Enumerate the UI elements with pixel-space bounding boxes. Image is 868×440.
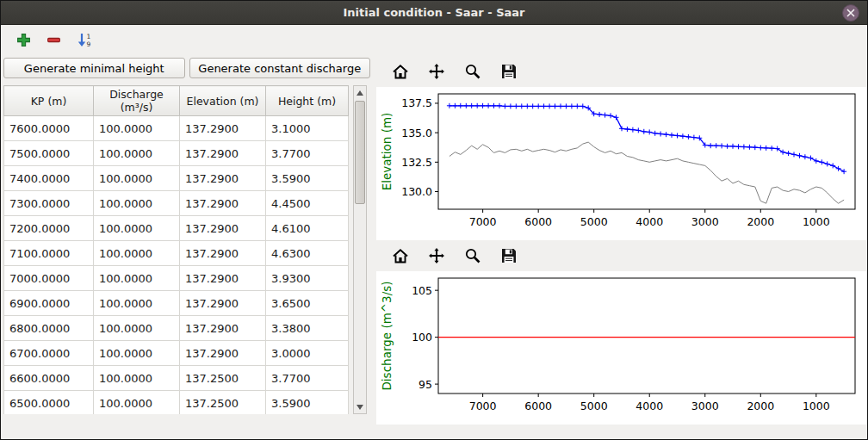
table-cell[interactable]: 3.1000 — [266, 116, 349, 141]
table-row[interactable]: 7600.0000100.0000137.29003.1000 — [4, 116, 349, 141]
table-body: 7600.0000100.0000137.29003.10007500.0000… — [4, 116, 349, 415]
table-panel: Generate minimal height Generate constan… — [1, 54, 376, 439]
column-header-discharge[interactable]: Discharge (m³/s) — [94, 86, 180, 116]
table-cell[interactable]: 4.6100 — [266, 216, 349, 241]
table-cell[interactable]: 100.0000 — [94, 316, 180, 341]
home-button[interactable] — [390, 61, 411, 82]
table-cell[interactable]: 137.2900 — [180, 316, 266, 341]
table-cell[interactable]: 3.5900 — [266, 166, 349, 191]
table-cell[interactable]: 137.2900 — [180, 216, 266, 241]
table-cell[interactable]: 137.2900 — [180, 141, 266, 166]
x-tick-label: 7000 — [469, 400, 497, 412]
pan-button[interactable] — [426, 245, 447, 266]
y-tick-label: 105 — [412, 284, 432, 297]
table-cell[interactable]: 3.6500 — [266, 291, 349, 316]
scroll-down-icon — [356, 405, 363, 410]
table-row[interactable]: 6900.0000100.0000137.29003.6500 — [4, 291, 349, 316]
remove-row-button[interactable] — [45, 31, 63, 49]
table-cell[interactable]: 100.0000 — [94, 191, 180, 216]
table-cell[interactable]: 100.0000 — [94, 391, 180, 415]
table-cell[interactable]: 7500.0000 — [4, 141, 94, 166]
x-tick-label: 2000 — [747, 215, 774, 228]
table-cell[interactable]: 7200.0000 — [4, 216, 94, 241]
elevation-figure[interactable]: 7000600050004000300020001000130.0132.513… — [376, 87, 867, 240]
column-header-elevation[interactable]: Elevation (m) — [180, 86, 266, 116]
table-row[interactable]: 6700.0000100.0000137.29003.0000 — [4, 341, 349, 366]
x-tick-label: 6000 — [524, 400, 552, 412]
table-cell[interactable]: 137.2900 — [180, 166, 266, 191]
x-tick-label: 5000 — [580, 400, 608, 412]
table-cell[interactable]: 6600.0000 — [4, 366, 94, 391]
table-cell[interactable]: 4.6300 — [266, 241, 349, 266]
table-cell[interactable]: 3.7700 — [266, 366, 349, 391]
sort-rows-button[interactable]: 1 9 — [75, 30, 95, 50]
save-button[interactable] — [499, 61, 519, 82]
table-cell[interactable]: 6800.0000 — [4, 316, 94, 341]
edit-toolbar: 1 9 — [1, 25, 867, 54]
discharge-figure[interactable]: 700060005000400030002000100095100105Disc… — [376, 271, 867, 425]
table-cell[interactable]: 4.4500 — [266, 191, 349, 216]
table-cell[interactable]: 137.2900 — [180, 291, 266, 316]
table-cell[interactable]: 7000.0000 — [4, 266, 94, 291]
main-content: Generate minimal height Generate constan… — [1, 54, 867, 439]
column-header-height[interactable]: Height (m) — [266, 86, 349, 116]
table-cell[interactable]: 3.3800 — [266, 316, 349, 341]
table-cell[interactable]: 100.0000 — [94, 291, 180, 316]
table-cell[interactable]: 6900.0000 — [4, 291, 94, 316]
zoom-button[interactable] — [462, 61, 483, 82]
table-row[interactable]: 7300.0000100.0000137.29004.4500 — [4, 191, 349, 216]
table-row[interactable]: 7200.0000100.0000137.29004.6100 — [4, 216, 349, 241]
table-cell[interactable]: 100.0000 — [94, 216, 180, 241]
scroll-up-button[interactable] — [354, 86, 366, 99]
close-button[interactable] — [842, 4, 859, 22]
scrollbar-track[interactable] — [354, 99, 366, 400]
table-row[interactable]: 7500.0000100.0000137.29003.7700 — [4, 141, 349, 166]
vertical-scrollbar[interactable] — [353, 85, 367, 414]
table-cell[interactable]: 6500.0000 — [4, 391, 94, 415]
table-cell[interactable]: 7100.0000 — [4, 241, 94, 266]
scroll-down-button[interactable] — [354, 400, 366, 413]
table-cell[interactable]: 137.2900 — [180, 341, 266, 366]
table-area: KP (m) Discharge (m³/s) Elevation (m) He… — [3, 85, 376, 414]
table-cell[interactable]: 7400.0000 — [4, 166, 94, 191]
table-cell[interactable]: 3.0000 — [266, 341, 349, 366]
table-row[interactable]: 6600.0000100.0000137.25003.7700 — [4, 366, 349, 391]
table-cell[interactable]: 3.9300 — [266, 266, 349, 291]
table-cell[interactable]: 137.2500 — [180, 391, 266, 415]
home-button[interactable] — [390, 245, 411, 266]
table-row[interactable]: 7400.0000100.0000137.29003.5900 — [4, 166, 349, 191]
table-cell[interactable]: 100.0000 — [94, 166, 180, 191]
table-cell[interactable]: 3.7700 — [266, 141, 349, 166]
table-row[interactable]: 6800.0000100.0000137.29003.3800 — [4, 316, 349, 341]
table-cell[interactable]: 100.0000 — [94, 366, 180, 391]
table-cell[interactable]: 100.0000 — [94, 341, 180, 366]
table-row[interactable]: 6500.0000100.0000137.25003.5900 — [4, 391, 349, 415]
save-button[interactable] — [499, 245, 519, 266]
table-row[interactable]: 7000.0000100.0000137.29003.9300 — [4, 266, 349, 291]
table-cell[interactable]: 137.2900 — [180, 116, 266, 141]
zoom-icon — [463, 62, 482, 81]
zoom-button[interactable] — [462, 245, 483, 266]
pan-button[interactable] — [426, 61, 447, 82]
y-axis-label: Discharge (m^3/s) — [380, 281, 394, 390]
window-titlebar[interactable]: Initial condition - Saar - Saar — [1, 1, 867, 25]
generate-minimal-height-button[interactable]: Generate minimal height — [3, 58, 185, 78]
table-cell[interactable]: 137.2900 — [180, 266, 266, 291]
table-cell[interactable]: 3.5900 — [266, 391, 349, 415]
generate-constant-discharge-button[interactable]: Generate constant discharge — [189, 58, 371, 78]
x-tick-label: 2000 — [747, 400, 774, 412]
table-cell[interactable]: 137.2900 — [180, 241, 266, 266]
table-cell[interactable]: 137.2500 — [180, 366, 266, 391]
table-cell[interactable]: 7300.0000 — [4, 191, 94, 216]
table-row[interactable]: 7100.0000100.0000137.29004.6300 — [4, 241, 349, 266]
table-cell[interactable]: 100.0000 — [94, 141, 180, 166]
table-cell[interactable]: 137.2900 — [180, 191, 266, 216]
add-row-button[interactable] — [15, 31, 33, 49]
scrollbar-thumb[interactable] — [355, 101, 365, 204]
table-cell[interactable]: 100.0000 — [94, 116, 180, 141]
column-header-kp[interactable]: KP (m) — [4, 86, 94, 116]
table-cell[interactable]: 100.0000 — [94, 266, 180, 291]
table-cell[interactable]: 100.0000 — [94, 241, 180, 266]
table-cell[interactable]: 6700.0000 — [4, 341, 94, 366]
table-cell[interactable]: 7600.0000 — [4, 116, 94, 141]
